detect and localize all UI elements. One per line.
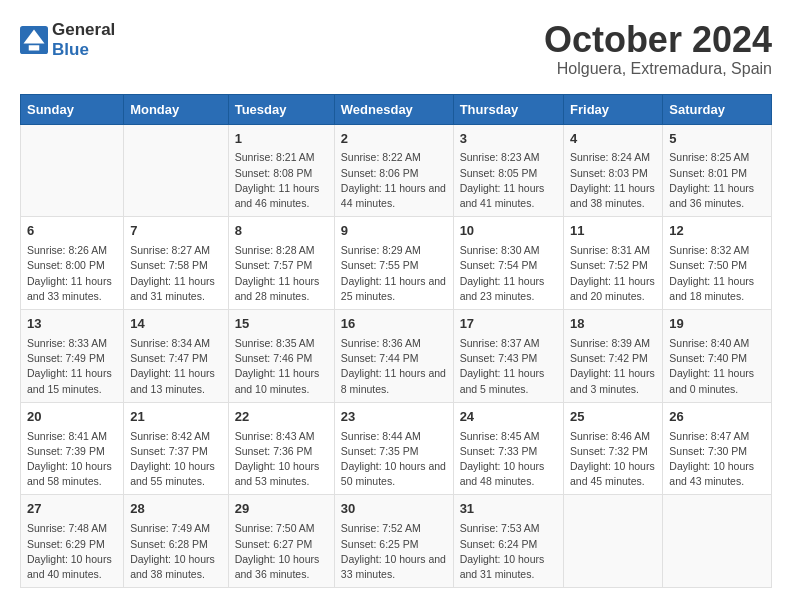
calendar-cell: 18Sunrise: 8:39 AM Sunset: 7:42 PM Dayli… [564, 310, 663, 403]
day-content: Sunrise: 8:41 AM Sunset: 7:39 PM Dayligh… [27, 429, 117, 490]
calendar-table: SundayMondayTuesdayWednesdayThursdayFrid… [20, 94, 772, 589]
calendar-cell: 31Sunrise: 7:53 AM Sunset: 6:24 PM Dayli… [453, 495, 563, 588]
day-content: Sunrise: 8:45 AM Sunset: 7:33 PM Dayligh… [460, 429, 557, 490]
calendar-cell: 9Sunrise: 8:29 AM Sunset: 7:55 PM Daylig… [334, 217, 453, 310]
calendar-cell [564, 495, 663, 588]
day-content: Sunrise: 8:27 AM Sunset: 7:58 PM Dayligh… [130, 243, 222, 304]
calendar-week-2: 6Sunrise: 8:26 AM Sunset: 8:00 PM Daylig… [21, 217, 772, 310]
day-number: 1 [235, 130, 328, 149]
header-tuesday: Tuesday [228, 94, 334, 124]
day-content: Sunrise: 8:26 AM Sunset: 8:00 PM Dayligh… [27, 243, 117, 304]
day-content: Sunrise: 8:33 AM Sunset: 7:49 PM Dayligh… [27, 336, 117, 397]
calendar-cell: 3Sunrise: 8:23 AM Sunset: 8:05 PM Daylig… [453, 124, 563, 217]
day-content: Sunrise: 8:34 AM Sunset: 7:47 PM Dayligh… [130, 336, 222, 397]
day-number: 15 [235, 315, 328, 334]
day-content: Sunrise: 8:37 AM Sunset: 7:43 PM Dayligh… [460, 336, 557, 397]
subtitle: Holguera, Extremadura, Spain [544, 60, 772, 78]
calendar-cell: 10Sunrise: 8:30 AM Sunset: 7:54 PM Dayli… [453, 217, 563, 310]
day-content: Sunrise: 8:40 AM Sunset: 7:40 PM Dayligh… [669, 336, 765, 397]
day-number: 21 [130, 408, 222, 427]
calendar-cell: 15Sunrise: 8:35 AM Sunset: 7:46 PM Dayli… [228, 310, 334, 403]
calendar-cell: 29Sunrise: 7:50 AM Sunset: 6:27 PM Dayli… [228, 495, 334, 588]
main-title: October 2024 [544, 20, 772, 60]
day-content: Sunrise: 8:22 AM Sunset: 8:06 PM Dayligh… [341, 150, 447, 211]
day-content: Sunrise: 8:43 AM Sunset: 7:36 PM Dayligh… [235, 429, 328, 490]
day-number: 19 [669, 315, 765, 334]
calendar-cell: 22Sunrise: 8:43 AM Sunset: 7:36 PM Dayli… [228, 402, 334, 495]
calendar-cell: 27Sunrise: 7:48 AM Sunset: 6:29 PM Dayli… [21, 495, 124, 588]
logo: General Blue [20, 20, 115, 60]
calendar-cell: 25Sunrise: 8:46 AM Sunset: 7:32 PM Dayli… [564, 402, 663, 495]
day-content: Sunrise: 8:46 AM Sunset: 7:32 PM Dayligh… [570, 429, 656, 490]
day-content: Sunrise: 8:47 AM Sunset: 7:30 PM Dayligh… [669, 429, 765, 490]
day-number: 14 [130, 315, 222, 334]
calendar-cell: 30Sunrise: 7:52 AM Sunset: 6:25 PM Dayli… [334, 495, 453, 588]
day-number: 13 [27, 315, 117, 334]
day-content: Sunrise: 8:39 AM Sunset: 7:42 PM Dayligh… [570, 336, 656, 397]
calendar-cell: 26Sunrise: 8:47 AM Sunset: 7:30 PM Dayli… [663, 402, 772, 495]
calendar-cell: 12Sunrise: 8:32 AM Sunset: 7:50 PM Dayli… [663, 217, 772, 310]
day-content: Sunrise: 8:24 AM Sunset: 8:03 PM Dayligh… [570, 150, 656, 211]
day-content: Sunrise: 8:30 AM Sunset: 7:54 PM Dayligh… [460, 243, 557, 304]
header-friday: Friday [564, 94, 663, 124]
day-content: Sunrise: 7:50 AM Sunset: 6:27 PM Dayligh… [235, 521, 328, 582]
calendar-cell: 23Sunrise: 8:44 AM Sunset: 7:35 PM Dayli… [334, 402, 453, 495]
day-number: 17 [460, 315, 557, 334]
day-number: 3 [460, 130, 557, 149]
calendar-cell: 19Sunrise: 8:40 AM Sunset: 7:40 PM Dayli… [663, 310, 772, 403]
calendar-header-row: SundayMondayTuesdayWednesdayThursdayFrid… [21, 94, 772, 124]
day-content: Sunrise: 8:25 AM Sunset: 8:01 PM Dayligh… [669, 150, 765, 211]
calendar-cell: 11Sunrise: 8:31 AM Sunset: 7:52 PM Dayli… [564, 217, 663, 310]
day-number: 20 [27, 408, 117, 427]
day-number: 30 [341, 500, 447, 519]
header-thursday: Thursday [453, 94, 563, 124]
day-content: Sunrise: 7:49 AM Sunset: 6:28 PM Dayligh… [130, 521, 222, 582]
logo-icon [20, 26, 48, 54]
header-monday: Monday [124, 94, 229, 124]
day-number: 4 [570, 130, 656, 149]
calendar-cell [21, 124, 124, 217]
calendar-cell: 1Sunrise: 8:21 AM Sunset: 8:08 PM Daylig… [228, 124, 334, 217]
calendar-cell: 5Sunrise: 8:25 AM Sunset: 8:01 PM Daylig… [663, 124, 772, 217]
calendar-cell [124, 124, 229, 217]
calendar-cell: 14Sunrise: 8:34 AM Sunset: 7:47 PM Dayli… [124, 310, 229, 403]
day-number: 9 [341, 222, 447, 241]
day-number: 16 [341, 315, 447, 334]
calendar-cell: 24Sunrise: 8:45 AM Sunset: 7:33 PM Dayli… [453, 402, 563, 495]
header-sunday: Sunday [21, 94, 124, 124]
day-number: 25 [570, 408, 656, 427]
calendar-cell: 6Sunrise: 8:26 AM Sunset: 8:00 PM Daylig… [21, 217, 124, 310]
day-content: Sunrise: 8:35 AM Sunset: 7:46 PM Dayligh… [235, 336, 328, 397]
day-number: 27 [27, 500, 117, 519]
day-number: 18 [570, 315, 656, 334]
day-content: Sunrise: 8:36 AM Sunset: 7:44 PM Dayligh… [341, 336, 447, 397]
calendar-cell: 28Sunrise: 7:49 AM Sunset: 6:28 PM Dayli… [124, 495, 229, 588]
calendar-cell: 13Sunrise: 8:33 AM Sunset: 7:49 PM Dayli… [21, 310, 124, 403]
day-number: 8 [235, 222, 328, 241]
day-number: 6 [27, 222, 117, 241]
day-number: 7 [130, 222, 222, 241]
day-number: 22 [235, 408, 328, 427]
day-content: Sunrise: 8:44 AM Sunset: 7:35 PM Dayligh… [341, 429, 447, 490]
day-number: 24 [460, 408, 557, 427]
calendar-cell: 8Sunrise: 8:28 AM Sunset: 7:57 PM Daylig… [228, 217, 334, 310]
day-number: 12 [669, 222, 765, 241]
day-content: Sunrise: 7:52 AM Sunset: 6:25 PM Dayligh… [341, 521, 447, 582]
day-content: Sunrise: 8:31 AM Sunset: 7:52 PM Dayligh… [570, 243, 656, 304]
calendar-cell: 20Sunrise: 8:41 AM Sunset: 7:39 PM Dayli… [21, 402, 124, 495]
day-content: Sunrise: 8:29 AM Sunset: 7:55 PM Dayligh… [341, 243, 447, 304]
day-number: 2 [341, 130, 447, 149]
day-number: 11 [570, 222, 656, 241]
day-number: 10 [460, 222, 557, 241]
header-saturday: Saturday [663, 94, 772, 124]
day-number: 28 [130, 500, 222, 519]
day-number: 26 [669, 408, 765, 427]
calendar-cell [663, 495, 772, 588]
calendar-week-1: 1Sunrise: 8:21 AM Sunset: 8:08 PM Daylig… [21, 124, 772, 217]
calendar-cell: 16Sunrise: 8:36 AM Sunset: 7:44 PM Dayli… [334, 310, 453, 403]
calendar-cell: 17Sunrise: 8:37 AM Sunset: 7:43 PM Dayli… [453, 310, 563, 403]
calendar-week-3: 13Sunrise: 8:33 AM Sunset: 7:49 PM Dayli… [21, 310, 772, 403]
day-number: 31 [460, 500, 557, 519]
page-header: General Blue October 2024 Holguera, Extr… [20, 20, 772, 78]
day-content: Sunrise: 8:23 AM Sunset: 8:05 PM Dayligh… [460, 150, 557, 211]
